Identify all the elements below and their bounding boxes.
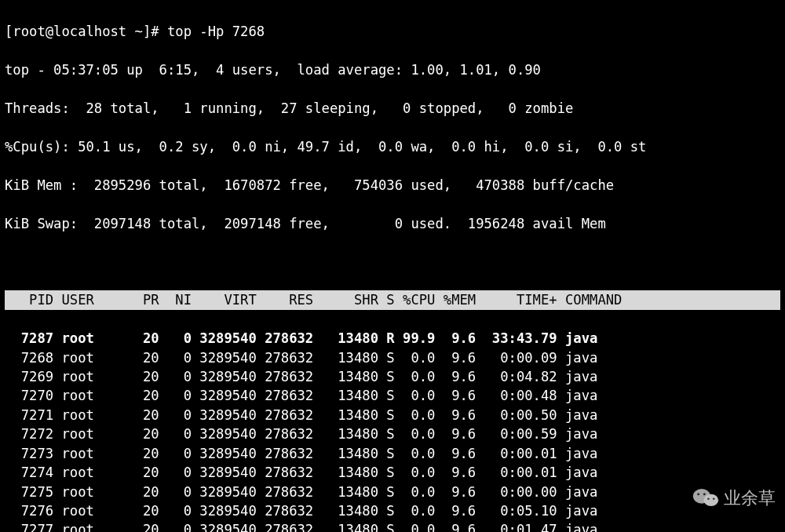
table-header: PID USER PR NI VIRT RES SHR S %CPU %MEM … <box>5 290 780 309</box>
table-row: 7269 root 20 0 3289540 278632 13480 S 0.… <box>5 367 780 386</box>
table-row: 7270 root 20 0 3289540 278632 13480 S 0.… <box>5 386 780 405</box>
table-row: 7276 root 20 0 3289540 278632 13480 S 0.… <box>5 501 780 520</box>
table-row: 7274 root 20 0 3289540 278632 13480 S 0.… <box>5 463 780 482</box>
table-body: 7287 root 20 0 3289540 278632 13480 R 99… <box>5 329 780 532</box>
terminal[interactable]: [root@localhost ~]# top -Hp 7268 top - 0… <box>0 0 785 532</box>
table-row: 7272 root 20 0 3289540 278632 13480 S 0.… <box>5 425 780 443</box>
table-row: 7275 root 20 0 3289540 278632 13480 S 0.… <box>5 483 780 501</box>
table-row: 7273 root 20 0 3289540 278632 13480 S 0.… <box>5 444 780 463</box>
summary-line-4: KiB Mem : 2895296 total, 1670872 free, 7… <box>5 176 780 195</box>
table-row: 7268 root 20 0 3289540 278632 13480 S 0.… <box>5 348 780 367</box>
blank-line <box>5 252 780 271</box>
summary-line-5: KiB Swap: 2097148 total, 2097148 free, 0… <box>5 214 780 233</box>
table-row: 7271 root 20 0 3289540 278632 13480 S 0.… <box>5 406 780 425</box>
table-row: 7287 root 20 0 3289540 278632 13480 R 99… <box>5 329 780 348</box>
summary-line-3: %Cpu(s): 50.1 us, 0.2 sy, 0.0 ni, 49.7 i… <box>5 137 780 156</box>
summary-line-2: Threads: 28 total, 1 running, 27 sleepin… <box>5 99 780 118</box>
summary-line-1: top - 05:37:05 up 6:15, 4 users, load av… <box>5 60 780 79</box>
prompt-line: [root@localhost ~]# top -Hp 7268 <box>5 22 780 41</box>
table-row: 7277 root 20 0 3289540 278632 13480 S 0.… <box>5 520 780 532</box>
